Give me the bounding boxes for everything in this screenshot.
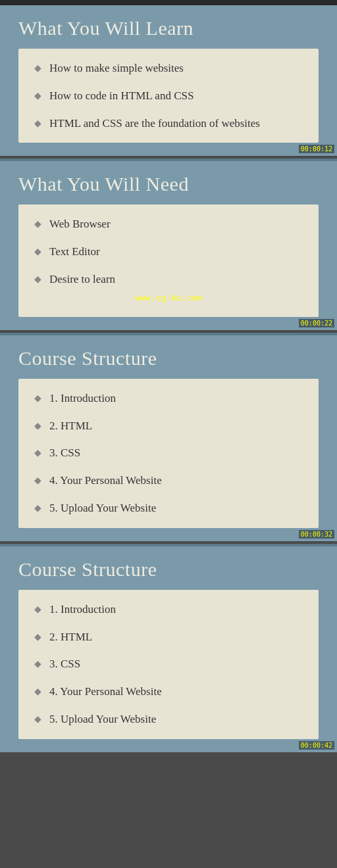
diamond-icon: ◆ xyxy=(34,502,41,515)
list-item: ◆How to code in HTML and CSS xyxy=(34,88,303,104)
diamond-icon: ◆ xyxy=(34,117,41,130)
bullet-list-0: ◆How to make simple websites◆How to code… xyxy=(34,60,303,131)
diamond-icon: ◆ xyxy=(34,392,41,405)
slide-title-0: What You Will Learn xyxy=(18,17,319,39)
slide-title-3: Course Structure xyxy=(18,558,319,581)
list-item: ◆1. Introduction xyxy=(34,602,303,617)
list-item-text: How to make simple websites xyxy=(49,60,184,76)
list-item-text: 1. Introduction xyxy=(49,391,116,406)
list-item-text: 2. HTML xyxy=(49,418,92,434)
list-item: ◆2. HTML xyxy=(34,629,303,645)
diamond-icon: ◆ xyxy=(34,685,41,698)
list-item-text: 5. Upload Your Website xyxy=(49,500,156,516)
slide-content-0: ◆How to make simple websites◆How to code… xyxy=(18,49,319,143)
diamond-icon: ◆ xyxy=(34,631,41,644)
timestamp: 00:00:42 xyxy=(299,741,334,750)
list-item-text: Text Editor xyxy=(49,244,100,260)
file-info-bar xyxy=(0,0,337,5)
list-item: ◆2. HTML xyxy=(34,418,303,434)
bullet-list-3: ◆1. Introduction◆2. HTML◆3. CSS◆4. Your … xyxy=(34,602,303,727)
list-item-text: 3. CSS xyxy=(49,656,80,672)
diamond-icon: ◆ xyxy=(34,245,41,258)
list-item-text: Web Browser xyxy=(49,216,111,232)
bullet-list-1: ◆Web Browser◆Text Editor◆Desire to learn xyxy=(34,216,303,287)
slide-header-2: Course Structure xyxy=(0,335,337,379)
diamond-icon: ◆ xyxy=(34,658,41,671)
slide-header-0: What You Will Learn xyxy=(0,5,337,49)
list-item: ◆3. CSS xyxy=(34,445,303,461)
diamond-icon: ◆ xyxy=(34,603,41,616)
timestamp: 00:00:22 xyxy=(299,319,334,327)
bullet-list-2: ◆1. Introduction◆2. HTML◆3. CSS◆4. Your … xyxy=(34,391,303,516)
list-item-text: 5. Upload Your Website xyxy=(49,711,156,727)
diamond-icon: ◆ xyxy=(34,446,41,460)
list-item: ◆Web Browser xyxy=(34,216,303,232)
slide-header-3: Course Structure xyxy=(0,546,337,590)
list-item: ◆5. Upload Your Website xyxy=(34,500,303,516)
list-item: ◆3. CSS xyxy=(34,656,303,672)
slides-container: What You Will Learn◆How to make simple w… xyxy=(0,5,337,752)
list-item-text: 2. HTML xyxy=(49,629,92,645)
diamond-icon: ◆ xyxy=(34,62,41,75)
diamond-icon: ◆ xyxy=(34,713,41,726)
slide-title-2: Course Structure xyxy=(18,347,319,370)
list-item: ◆How to make simple websites xyxy=(34,60,303,76)
diamond-icon: ◆ xyxy=(34,474,41,487)
slide-slide4: Course Structure◆1. Introduction◆2. HTML… xyxy=(0,546,337,752)
list-item: ◆HTML and CSS are the foundation of webs… xyxy=(34,116,303,132)
watermark: www.cg-ku.com xyxy=(34,287,303,305)
list-item: ◆4. Your Personal Website xyxy=(34,684,303,700)
list-item-text: 4. Your Personal Website xyxy=(49,684,162,700)
diamond-icon: ◆ xyxy=(34,420,41,433)
list-item: ◆Text Editor xyxy=(34,244,303,260)
diamond-icon: ◆ xyxy=(34,218,41,231)
list-item: ◆Desire to learn xyxy=(34,272,303,287)
slide-content-1: ◆Web Browser◆Text Editor◆Desire to learn… xyxy=(18,205,319,316)
slide-content-2: ◆1. Introduction◆2. HTML◆3. CSS◆4. Your … xyxy=(18,379,319,528)
list-item-text: How to code in HTML and CSS xyxy=(49,88,194,104)
slide-content-3: ◆1. Introduction◆2. HTML◆3. CSS◆4. Your … xyxy=(18,590,319,739)
slide-slide1: What You Will Learn◆How to make simple w… xyxy=(0,5,337,156)
list-item: ◆1. Introduction xyxy=(34,391,303,406)
list-item-text: 1. Introduction xyxy=(49,602,116,617)
slide-slide2: What You Will Need◆Web Browser◆Text Edit… xyxy=(0,161,337,329)
list-item-text: Desire to learn xyxy=(49,272,115,287)
list-item: ◆5. Upload Your Website xyxy=(34,711,303,727)
list-item-text: 4. Your Personal Website xyxy=(49,473,162,489)
diamond-icon: ◆ xyxy=(34,89,41,103)
list-item-text: HTML and CSS are the foundation of websi… xyxy=(49,116,260,132)
slide-slide3: Course Structure◆1. Introduction◆2. HTML… xyxy=(0,335,337,541)
timestamp: 00:00:32 xyxy=(299,530,334,539)
list-item: ◆4. Your Personal Website xyxy=(34,473,303,489)
slide-header-1: What You Will Need xyxy=(0,161,337,205)
diamond-icon: ◆ xyxy=(34,273,41,286)
slide-title-1: What You Will Need xyxy=(18,173,319,195)
timestamp: 00:00:12 xyxy=(299,145,334,153)
list-item-text: 3. CSS xyxy=(49,445,80,461)
